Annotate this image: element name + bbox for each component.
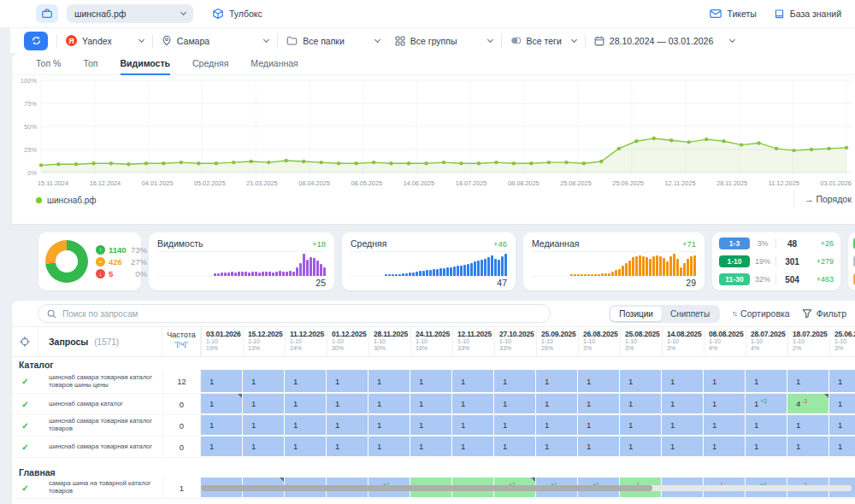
position-range-row[interactable]: 1-1019%301+279 <box>719 255 834 267</box>
projects-button[interactable] <box>36 4 58 23</box>
position-cell[interactable]: 1 <box>327 415 368 435</box>
position-cell[interactable]: 1 <box>746 370 787 392</box>
row-check-icon[interactable]: ✓ <box>12 478 38 498</box>
date-column-header[interactable]: 18.07.20251-102% <box>787 327 829 356</box>
frequency-header[interactable]: Частота "[!ч]" <box>162 327 201 356</box>
position-cell[interactable]: 1 <box>787 415 828 435</box>
row-check-icon[interactable]: ✓ <box>12 437 38 457</box>
snippets-tab[interactable]: Сниппеты <box>662 307 718 321</box>
position-cell[interactable]: 1 <box>494 415 535 435</box>
search-input[interactable] <box>62 309 541 319</box>
position-cell[interactable]: 1 <box>536 394 577 413</box>
sort-button[interactable]: ↑↓ Сортировка <box>732 308 790 319</box>
position-cell[interactable]: 1 <box>494 370 535 392</box>
position-cell[interactable]: 1 <box>410 437 451 456</box>
dynamics-card[interactable]: ↑114073%−42627%↓50% <box>38 232 141 290</box>
position-cell[interactable]: 1 <box>829 415 855 435</box>
position-cell[interactable]: 1 <box>746 437 787 456</box>
position-cell[interactable]: 1 <box>369 437 410 456</box>
position-cell[interactable]: 1 <box>578 437 619 456</box>
position-cell[interactable]: 1 <box>369 370 410 392</box>
position-cell[interactable]: 1 <box>410 394 451 413</box>
horizontal-scrollbar[interactable] <box>201 485 852 491</box>
position-cell[interactable]: 1+3 <box>746 394 787 413</box>
group-header[interactable]: Главная <box>12 465 855 478</box>
region-select[interactable]: Самара <box>162 35 268 46</box>
position-cell[interactable]: 1 <box>201 415 242 435</box>
query-search[interactable] <box>38 304 551 323</box>
position-cell[interactable]: 1 <box>829 370 855 392</box>
folders-select[interactable]: Все папки <box>286 36 380 46</box>
position-cell[interactable]: 1 <box>704 394 745 413</box>
series-label[interactable]: шинснаб.рф <box>47 196 97 205</box>
position-cell[interactable]: 1 <box>704 437 745 456</box>
average-card[interactable]: Средняя+4647 <box>342 232 516 290</box>
position-cell[interactable]: 1 <box>620 394 661 413</box>
tab-Топ[interactable]: Топ <box>83 53 97 75</box>
position-cell[interactable]: 1 <box>578 370 619 392</box>
position-cell[interactable]: 1 <box>578 415 619 435</box>
position-cell[interactable]: 1 <box>620 437 661 456</box>
position-cell[interactable]: 1 <box>285 437 326 456</box>
position-cell[interactable]: 1 <box>201 394 242 413</box>
query-text[interactable]: самара шина на товарной каталог товаров <box>38 478 162 498</box>
date-column-header[interactable]: 25.06.20251-103% <box>829 327 855 356</box>
date-column-header[interactable]: 26.08.20251-103% <box>578 327 620 356</box>
query-text[interactable]: шинснаб самара товарная каталог товаров … <box>38 370 162 393</box>
date-range-select[interactable]: 28.10.2024 — 03.01.2026 <box>594 36 734 46</box>
positions-tab[interactable]: Позиции <box>610 307 662 321</box>
date-column-header[interactable]: 28.07.20251-104% <box>746 327 787 356</box>
position-cell[interactable]: 1 <box>662 370 703 392</box>
tab-Средняя[interactable]: Средняя <box>192 53 228 75</box>
refresh-button[interactable] <box>24 32 48 50</box>
filter-button[interactable]: Фильтр <box>802 308 846 319</box>
query-text[interactable]: шинснаб самара товарная каталог товаров <box>38 415 162 436</box>
tab-Топ %[interactable]: Топ % <box>36 53 61 75</box>
position-cell[interactable]: 1 <box>452 370 493 392</box>
date-column-header[interactable]: 27.10.20251-1033% <box>494 327 536 356</box>
date-column-header[interactable]: 25.08.20251-103% <box>620 327 662 356</box>
position-cell[interactable]: 1 <box>369 394 410 413</box>
position-cell[interactable]: 1 <box>578 394 619 413</box>
position-cell[interactable]: 1 <box>787 370 828 392</box>
query-text[interactable]: шинснаб самара товарная каталог <box>38 437 162 457</box>
position-cell[interactable]: 1 <box>829 437 855 456</box>
query-text[interactable]: шинснаб самара каталог <box>38 394 162 414</box>
position-cell[interactable]: 1 <box>452 415 493 435</box>
position-cell[interactable]: 1 <box>243 415 284 435</box>
position-cell[interactable]: 1 <box>620 370 661 392</box>
position-cell[interactable]: 1 <box>536 370 577 392</box>
knowledge-base-button[interactable]: База знаний <box>774 9 841 20</box>
position-cell[interactable]: 1 <box>327 437 368 456</box>
position-cell[interactable]: 1 <box>327 370 368 392</box>
position-cell[interactable]: 1 <box>662 394 703 413</box>
position-cell[interactable]: 1 <box>410 415 451 435</box>
position-cell[interactable]: 1 <box>285 415 326 435</box>
position-cell[interactable]: 1 <box>704 415 745 435</box>
position-cell[interactable]: 1 <box>662 415 703 435</box>
date-column-header[interactable]: 24.11.20251-1016% <box>410 327 452 356</box>
position-cell[interactable]: 1 <box>662 437 703 456</box>
search-engine-select[interactable]: Я Yandex <box>66 35 144 46</box>
position-cell[interactable]: 1 <box>746 415 787 435</box>
position-cell[interactable]: 1 <box>452 394 493 413</box>
position-cell[interactable]: 1 <box>494 394 535 413</box>
tickets-button[interactable]: Тикеты <box>710 9 756 19</box>
position-cell[interactable]: 4-3 <box>787 394 828 413</box>
frequency-type-icon[interactable]: "[!ч]" <box>162 340 200 348</box>
tags-select[interactable]: Все теги <box>510 36 576 46</box>
scrollbar-thumb[interactable] <box>201 485 652 491</box>
date-column-header[interactable]: 08.08.20251-104% <box>704 327 746 356</box>
project-select[interactable]: шинснаб.рф <box>67 4 193 23</box>
group-header[interactable]: Каталог <box>12 357 855 370</box>
date-column-header[interactable]: 14.08.20251-103% <box>662 327 704 356</box>
groups-select[interactable]: Все группы <box>395 36 492 46</box>
date-column-header[interactable]: 03.01.20261-1019% <box>201 327 243 356</box>
date-column-header[interactable]: 25.09.20251-1026% <box>536 327 578 356</box>
position-cell[interactable]: 1 <box>285 394 326 413</box>
target-settings-button[interactable] <box>12 327 38 356</box>
position-cell[interactable]: 1 <box>201 370 242 392</box>
position-cell[interactable]: 1 <box>494 437 535 456</box>
tab-Видимость[interactable]: Видимость <box>121 53 171 75</box>
position-cell[interactable]: 1 <box>327 394 368 413</box>
